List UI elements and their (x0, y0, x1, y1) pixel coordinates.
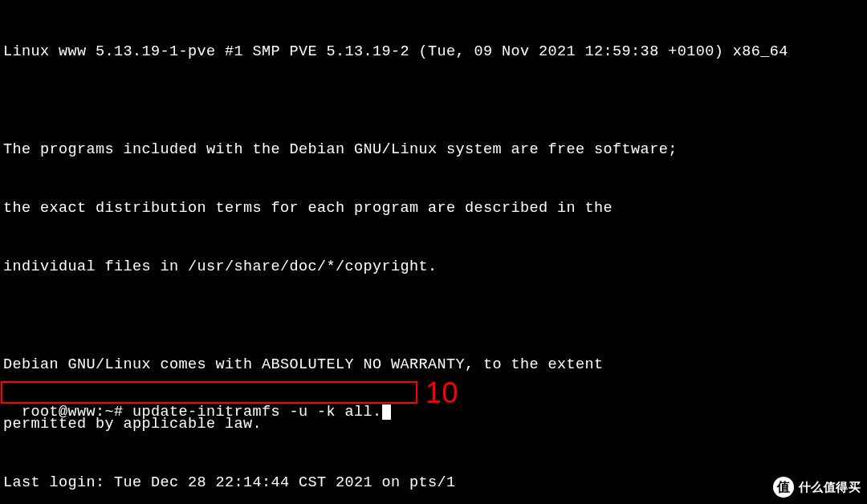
terminal-output[interactable]: Linux www 5.13.19-1-pve #1 SMP PVE 5.13.… (0, 0, 867, 504)
annotation-number: 10 (425, 374, 458, 413)
terminal-line: Last login: Tue Dec 28 22:14:44 CST 2021… (3, 474, 864, 493)
terminal-line: Debian GNU/Linux comes with ABSOLUTELY N… (3, 356, 864, 375)
terminal-current-command[interactable]: root@www:~# update-initramfs -u -k all. (3, 384, 391, 423)
terminal-line: the exact distribution terms for each pr… (3, 199, 864, 218)
watermark-text: 什么值得买 (799, 479, 861, 495)
terminal-line: individual files in /usr/share/doc/*/cop… (3, 258, 864, 277)
terminal-cursor (382, 404, 391, 420)
terminal-line: Linux www 5.13.19-1-pve #1 SMP PVE 5.13.… (3, 43, 864, 62)
watermark-icon: 值 (773, 477, 794, 498)
watermark: 值 什么值得买 (773, 477, 861, 498)
terminal-line: The programs included with the Debian GN… (3, 140, 864, 160)
command-text: root@www:~# update-initramfs -u -k all. (22, 404, 382, 421)
